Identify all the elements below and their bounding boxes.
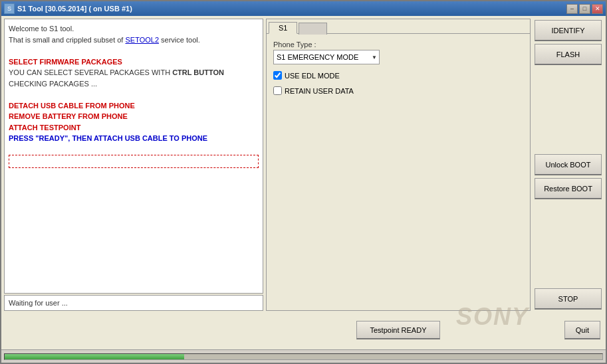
status-text: Waiting for user ... bbox=[9, 299, 68, 307]
unlock-boot-button[interactable]: Unlock BOOT bbox=[535, 154, 602, 175]
step1: DETACH USB CABLE FROM PHONE bbox=[9, 100, 259, 112]
setool2-link[interactable]: SETOOL2 bbox=[125, 36, 159, 44]
app-icon: S bbox=[4, 3, 15, 14]
main-content: Welcome to S1 tool. That is small and cr… bbox=[1, 16, 606, 349]
instruction2: CHECKING PACKAGES ... bbox=[9, 78, 259, 90]
middle-panel: S1 Phone Type : S1 EMERGENCY MODE bbox=[266, 19, 531, 311]
close-button[interactable]: ✕ bbox=[592, 4, 603, 14]
intro-line2-post: service tool. bbox=[159, 36, 200, 44]
stop-button[interactable]: STOP bbox=[535, 288, 602, 310]
phone-type-dropdown[interactable]: S1 EMERGENCY MODE bbox=[273, 50, 380, 64]
edl-mode-checkbox[interactable] bbox=[273, 71, 282, 80]
top-area: Welcome to S1 tool. That is small and cr… bbox=[4, 19, 603, 311]
progress-bar-container bbox=[4, 353, 603, 360]
edl-mode-row: USE EDL MODE bbox=[273, 71, 523, 80]
bottom-middle: Testpoint READY bbox=[269, 321, 528, 339]
phone-type-section: Phone Type : S1 EMERGENCY MODE ▼ bbox=[273, 41, 523, 64]
retain-data-checkbox[interactable] bbox=[273, 86, 282, 95]
middle-panel-content: Phone Type : S1 EMERGENCY MODE ▼ bbox=[267, 34, 530, 310]
left-panel: Welcome to S1 tool. That is small and cr… bbox=[4, 19, 263, 311]
edl-mode-label: USE EDL MODE bbox=[285, 72, 340, 80]
instruction1-bold: CTRL BUTTON bbox=[172, 68, 224, 76]
tab-s1[interactable]: S1 bbox=[269, 22, 297, 34]
step4: PRESS "READY", THEN ATTACH USB CABLE TO … bbox=[9, 133, 259, 144]
bottom-area: Testpoint READY Quit bbox=[4, 314, 603, 347]
info-text-area: Welcome to S1 tool. That is small and cr… bbox=[4, 19, 263, 294]
intro-line1: Welcome to S1 tool. bbox=[9, 25, 74, 33]
minimize-button[interactable]: – bbox=[566, 4, 578, 14]
flash-button[interactable]: FLASH bbox=[535, 44, 602, 65]
dropdown-wrapper: S1 EMERGENCY MODE ▼ bbox=[273, 50, 380, 64]
progress-bar-fill bbox=[5, 354, 184, 359]
restore-boot-button[interactable]: Restore BOOT bbox=[535, 178, 602, 199]
bottom-right: Quit bbox=[531, 321, 600, 339]
testpoint-ready-button[interactable]: Testpoint READY bbox=[356, 321, 441, 339]
tab-empty[interactable] bbox=[299, 23, 326, 35]
step2: REMOVE BATTERY FROM PHONE bbox=[9, 111, 259, 122]
status-bar-left: Waiting for user ... bbox=[4, 295, 263, 311]
right-sidebar: IDENTIFY FLASH Unlock BOOT Restore BOOT … bbox=[533, 19, 603, 311]
intro-line2-pre: That is small and crippled subset of bbox=[9, 36, 125, 44]
quit-button[interactable]: Quit bbox=[564, 321, 600, 339]
window-controls: – □ ✕ bbox=[566, 4, 603, 14]
step3: ATTACH TESTPOINT bbox=[9, 122, 259, 134]
heading1: SELECT FIRMWARE PACKAGES bbox=[9, 56, 259, 68]
select-row: S1 EMERGENCY MODE ▼ bbox=[273, 50, 523, 64]
phone-type-label: Phone Type : bbox=[273, 41, 523, 48]
identify-button[interactable]: IDENTIFY bbox=[535, 20, 602, 41]
retain-data-label: RETAIN USER DATA bbox=[285, 87, 354, 95]
retain-data-row: RETAIN USER DATA bbox=[273, 86, 523, 95]
instruction1-pre: YOU CAN SELECT SEVERAL PACKAGES WITH bbox=[9, 68, 172, 76]
window-title: S1 Tool [30.05.2014] ( on USB #1) bbox=[17, 5, 132, 13]
title-bar: S S1 Tool [30.05.2014] ( on USB #1) – □ … bbox=[1, 1, 606, 16]
maximize-button[interactable]: □ bbox=[579, 4, 590, 14]
status-bar-bottom bbox=[1, 349, 606, 363]
tabs-row: S1 bbox=[267, 19, 530, 34]
